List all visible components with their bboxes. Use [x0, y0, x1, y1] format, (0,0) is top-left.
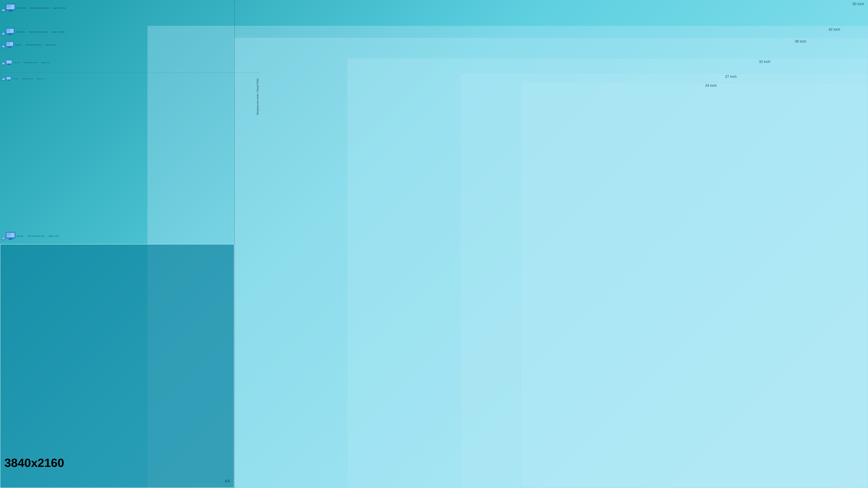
- font-info-4pt: Arial 4.71pt Times New Roman 4.71pt Sego…: [12, 78, 44, 79]
- font-segoe-9: Segoe UI 9.01pt: [45, 44, 56, 45]
- row-4pt: Arial 4.71pt Times New Roman 4.71pt Sego…: [0, 73, 260, 85]
- label-42inch: 42 inch: [829, 28, 840, 32]
- monitors-9pt: [2, 41, 14, 48]
- svg-rect-42: [6, 77, 11, 79]
- svg-rect-39: [3, 80, 4, 80]
- font-segoe-10: Segoe UI 10.08pt: [52, 31, 64, 33]
- svg-rect-21: [2, 45, 5, 47]
- font-segoe-12: Segoe UI 12pt: [49, 235, 59, 237]
- font-info-10pt: Arial 10.08pt Times New Roman 10.08pt Se…: [16, 31, 64, 33]
- svg-rect-22: [3, 47, 4, 48]
- label-24inch: 24 inch: [705, 84, 717, 88]
- small-monitor6-icon: [2, 78, 5, 81]
- font-tnr-12: Times New Roman 12pt: [28, 235, 44, 237]
- row-6pt: Arial 6.71pt Times New Roman 6.71pt Sego…: [0, 57, 243, 69]
- svg-rect-48: [3, 240, 4, 240]
- font-arial-13: Arial 13.07pt: [17, 7, 26, 9]
- label-27inch: 27 inch: [725, 75, 737, 79]
- svg-rect-28: [8, 47, 11, 47]
- large-monitor2-icon: [6, 232, 16, 240]
- font-segoe-13: Segoe UI 13.07pt: [53, 7, 65, 9]
- font-arial-4: Arial 4.71pt: [12, 78, 18, 79]
- monitors-13pt: [2, 4, 16, 12]
- label-50inch: 50 inch: [852, 2, 864, 6]
- main-container: 50 inch 42 inch 38 inch 32 inch 27 inch …: [0, 0, 868, 488]
- font-arial-12: Arial 12pt: [17, 235, 24, 237]
- svg-rect-27: [9, 46, 10, 47]
- svg-rect-9: [8, 11, 13, 11]
- row-12pt: Arial 12pt Times New Roman 12pt Segoe UI…: [0, 230, 243, 242]
- small-monitor-icon: [2, 9, 5, 12]
- monitors-12pt: [2, 232, 16, 240]
- svg-rect-2: [3, 11, 4, 12]
- svg-rect-53: [9, 238, 11, 239]
- svg-rect-1: [2, 9, 5, 11]
- svg-rect-23: [3, 48, 4, 48]
- font-info-9pt: Arial 9.0pt Times New Roman 9.01pt Segoe…: [15, 44, 56, 45]
- font-tnr-6: Times New Roman 6.71pt: [24, 62, 37, 63]
- svg-rect-35: [8, 64, 9, 65]
- svg-rect-44: [7, 80, 10, 80]
- font-arial-6: Arial 6.71pt: [14, 62, 20, 63]
- svg-rect-40: [3, 80, 5, 81]
- font-tnr-10: Times New Roman 10.08pt: [29, 31, 48, 33]
- row-10pt: Arial 10.08pt Times New Roman 10.08pt Se…: [0, 26, 243, 38]
- small-monitor2-icon: [2, 33, 5, 36]
- font-info-12pt: Arial 12pt Times New Roman 12pt Segoe UI…: [17, 235, 59, 237]
- row-13pt: Arial 13.07pt Times New Roman 13.07pt Se…: [0, 2, 243, 14]
- svg-rect-34: [6, 61, 12, 63]
- font-info-13pt: Arial 13.07pt Times New Roman 13.07pt Se…: [17, 7, 65, 9]
- svg-rect-6: [7, 5, 11, 8]
- svg-rect-32: [3, 65, 4, 65]
- medium-monitor2-icon: [6, 41, 14, 48]
- svg-rect-54: [8, 239, 13, 239]
- medium-monitor-icon: [6, 28, 14, 36]
- svg-rect-13: [3, 35, 4, 35]
- svg-rect-17: [7, 29, 10, 32]
- large-monitor-icon: [6, 4, 16, 12]
- svg-rect-30: [2, 63, 5, 64]
- monitors-10pt: [2, 28, 14, 36]
- font-tnr-13: Times New Roman 13.07pt: [30, 7, 49, 9]
- row-9pt: Arial 9.0pt Times New Roman 9.01pt Segoe…: [0, 39, 243, 51]
- small-monitor3-icon: [2, 45, 5, 48]
- svg-rect-7: [11, 5, 14, 6]
- tiny-monitor-icon: [6, 76, 11, 81]
- label-38inch: 38 inch: [795, 39, 806, 43]
- label-32inch: 32 inch: [759, 60, 770, 64]
- monitors-6pt: [2, 60, 12, 65]
- svg-rect-43: [8, 80, 9, 80]
- font-tnr-9: Times New Roman 9.01pt: [26, 44, 41, 45]
- font-info-6pt: Arial 6.71pt Times New Roman 6.71pt Sego…: [14, 62, 50, 63]
- svg-rect-36: [8, 65, 10, 65]
- font-segoe-4: Segoe UI 4.71pt: [37, 78, 44, 79]
- svg-rect-47: [3, 239, 4, 240]
- svg-rect-46: [2, 237, 5, 239]
- svg-point-10: [6, 10, 7, 11]
- font-arial-9: Arial 9.0pt: [15, 44, 22, 45]
- box-24: [521, 83, 868, 488]
- svg-rect-18: [9, 34, 11, 34]
- small-monitor4-icon: [2, 62, 5, 65]
- svg-rect-38: [3, 78, 5, 80]
- font-segoe-6: Segoe UI 6.71pt: [41, 62, 50, 63]
- svg-rect-52: [11, 233, 14, 234]
- font-tnr-4: Times New Roman 4.71pt: [22, 78, 33, 79]
- svg-rect-12: [2, 33, 5, 35]
- resolution-text: 3840x2160: [4, 456, 64, 470]
- svg-rect-8: [9, 10, 11, 11]
- small-monitor7-icon: [2, 237, 5, 240]
- small-monitor5-icon: [6, 60, 12, 65]
- monitors-4pt: [2, 76, 11, 81]
- a4-label: A4: [224, 479, 230, 484]
- svg-rect-26: [7, 42, 10, 44]
- font-arial-10: Arial 10.08pt: [16, 31, 25, 33]
- svg-rect-19: [8, 34, 12, 35]
- svg-rect-51: [7, 233, 11, 236]
- visual-field-label: Визуальное поле / Visual Field: [256, 78, 259, 115]
- resolution-box: 3840x2160 A4: [0, 244, 234, 488]
